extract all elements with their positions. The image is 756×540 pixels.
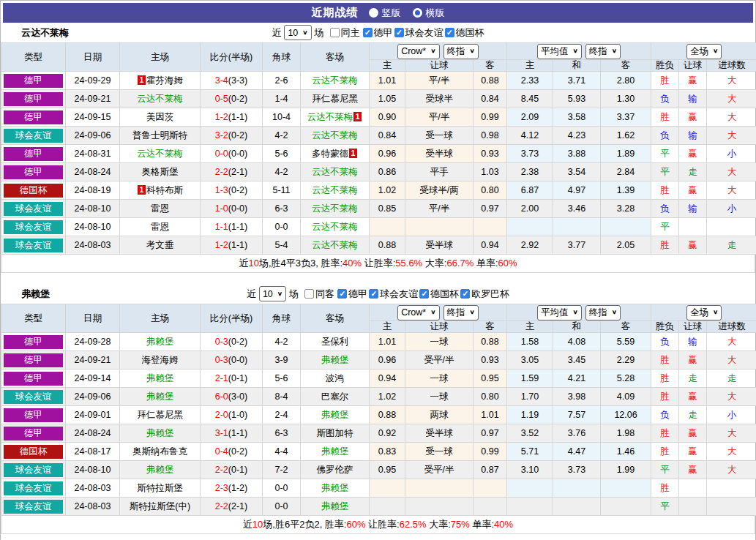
goals-result-cell <box>707 479 756 498</box>
home-team-name[interactable]: 弗赖堡 <box>146 373 174 383</box>
home-team-name[interactable]: 拜仁慕尼黑 <box>137 410 183 420</box>
checkbox-icon[interactable] <box>337 289 347 299</box>
checkbox-icon[interactable] <box>394 28 404 37</box>
away-odds-cell: 0.88 <box>474 72 507 90</box>
checkbox-icon[interactable] <box>363 28 373 37</box>
home-team-name[interactable]: 海登海姆 <box>142 355 179 365</box>
avg-away-cell: 2.29 <box>601 351 651 370</box>
away-team-name[interactable]: 云达不莱梅 <box>312 167 358 177</box>
radio-option-horizontal[interactable]: 横版 <box>413 7 445 20</box>
avg-home-cell: 2.09 <box>507 108 553 127</box>
same-venue-checkbox[interactable]: 同主 <box>330 26 360 40</box>
match-date: 24-09-21 <box>66 90 120 108</box>
home-team-name[interactable]: 科特布斯 <box>146 185 183 195</box>
home-team-name[interactable]: 弗赖堡 <box>146 428 174 438</box>
checkbox-icon[interactable] <box>330 28 340 37</box>
league-type-cell: 球会友谊 <box>1 127 66 145</box>
away-team-name[interactable]: 圣保利 <box>321 337 349 347</box>
league-filter-checkbox[interactable]: 德国杯 <box>419 288 459 301</box>
radio-option-vertical[interactable]: 竖版 <box>369 7 401 20</box>
avg-draw-cell <box>553 498 601 516</box>
score-cell: 2-2(0-1) <box>201 461 263 479</box>
games-label: 场 <box>289 288 299 301</box>
home-team-name[interactable]: 普鲁士明斯特 <box>132 130 187 140</box>
away-team-name[interactable]: 云达不莱梅 <box>312 130 358 140</box>
away-team-name[interactable]: 多特蒙德 <box>312 149 348 159</box>
average-select[interactable]: 平均值∨ <box>537 305 582 320</box>
away-team-name[interactable]: 弗赖堡 <box>321 355 349 365</box>
odds-stage-select[interactable]: 终指∨ <box>444 305 479 320</box>
away-team-name[interactable]: 弗赖堡 <box>321 501 349 511</box>
checkbox-icon[interactable] <box>369 289 378 299</box>
league-filter-checkbox[interactable]: 球会友谊 <box>369 288 418 301</box>
away-team-name[interactable]: 拜仁慕尼黑 <box>312 94 358 104</box>
away-team-name[interactable]: 云达不莱梅 <box>312 240 358 250</box>
away-team-name[interactable]: 云达不莱梅 <box>312 75 358 86</box>
avg-draw-cell <box>553 479 601 498</box>
home-team-name[interactable]: 弗赖堡 <box>146 337 174 347</box>
period-select[interactable]: 全场∨ <box>686 44 722 59</box>
away-team-name[interactable]: 云达不莱梅 <box>312 203 358 214</box>
away-team-name[interactable]: 波鸿 <box>326 373 344 383</box>
home-team-name[interactable]: 斯特拉斯堡(中) <box>130 501 190 511</box>
away-team-name[interactable]: 佛罗伦萨 <box>317 465 353 475</box>
score-cell: 2-2(2-1) <box>201 498 263 516</box>
home-team-name[interactable]: 斯特拉斯堡 <box>137 483 183 493</box>
away-team-name[interactable]: 弗赖堡 <box>321 483 349 493</box>
league-type-cell: 德国杯 <box>1 181 66 200</box>
match-row: 球会友谊 24-09-06 普鲁士明斯特 3-2(0-2) 4-2 云达不莱梅 … <box>1 127 756 145</box>
league-type-cell: 球会友谊 <box>1 479 66 498</box>
home-team-name[interactable]: 云达不莱梅 <box>137 94 183 104</box>
home-team-name[interactable]: 弗赖堡 <box>146 465 174 475</box>
home-team-name[interactable]: 雷恩 <box>151 222 169 232</box>
league-filter-checkbox[interactable]: 德国杯 <box>445 26 484 40</box>
away-team-name[interactable]: 云达不莱梅 <box>312 185 358 195</box>
home-odds-cell: 0.88 <box>370 236 405 255</box>
home-team-name[interactable]: 奥斯纳布鲁克 <box>132 446 187 457</box>
away-team-name[interactable]: 巴塞尔 <box>321 391 349 402</box>
away-team-name[interactable]: 弗赖堡 <box>321 446 349 457</box>
home-team-name[interactable]: 雷恩 <box>151 203 169 214</box>
home-team-name[interactable]: 云达不莱梅 <box>137 149 183 159</box>
league-filter-checkbox[interactable]: 德甲 <box>363 26 393 40</box>
goals-result-cell: 小 <box>707 200 756 218</box>
match-count-select[interactable]: 10∨ <box>284 25 311 40</box>
checkbox-icon[interactable] <box>445 28 454 37</box>
home-team-name[interactable]: 美因茨 <box>146 112 174 122</box>
bookmaker-select[interactable]: Crow*∨ <box>397 44 439 59</box>
summary-stat-value: 60% <box>346 519 365 530</box>
halftime-score: (1-1) <box>228 222 247 232</box>
average-stage-select[interactable]: 终指∨ <box>585 305 621 320</box>
home-team-name[interactable]: 考文垂 <box>146 240 174 250</box>
away-team-name[interactable]: 云达不莱梅 <box>307 112 353 122</box>
away-team-name[interactable]: 云达不莱梅 <box>312 222 358 232</box>
home-team-name[interactable]: 弗赖堡 <box>146 391 174 402</box>
home-odds-cell: 0.86 <box>370 163 405 181</box>
home-team-name[interactable]: 奥格斯堡 <box>142 167 179 177</box>
league-filter-checkbox[interactable]: 德甲 <box>337 288 367 301</box>
period-select[interactable]: 全场∨ <box>686 305 722 320</box>
checkbox-icon[interactable] <box>419 289 429 299</box>
radio-selected-icon[interactable] <box>369 8 378 18</box>
halftime-score: (0-2) <box>228 446 247 457</box>
away-team-name[interactable]: 斯图加特 <box>317 428 353 438</box>
home-team-name[interactable]: 霍芬海姆 <box>146 75 183 86</box>
avg-away-cell: 12.06 <box>601 406 651 424</box>
sub-header-away-odds: 客 <box>474 60 507 72</box>
match-count-select[interactable]: 10∨ <box>259 286 286 301</box>
bookmaker-select[interactable]: Crow*∨ <box>397 305 439 320</box>
result-cell: 平 <box>651 163 679 181</box>
league-filter-checkbox[interactable]: 球会友谊 <box>394 26 444 40</box>
away-team-name[interactable]: 弗赖堡 <box>321 410 349 420</box>
league-filter-checkbox[interactable]: 欧罗巴杯 <box>460 288 509 301</box>
league-badge: 球会友谊 <box>4 202 63 216</box>
checkbox-icon[interactable] <box>460 289 470 299</box>
checkbox-icon[interactable] <box>304 289 314 299</box>
average-stage-select[interactable]: 终指∨ <box>585 44 621 59</box>
same-venue-checkbox[interactable]: 同客 <box>304 288 334 301</box>
odds-stage-select[interactable]: 终指∨ <box>444 44 479 59</box>
halftime-score: (0-1) <box>228 465 247 475</box>
radio-unselected-icon[interactable] <box>413 8 422 18</box>
period-select-value: 全场 <box>690 43 708 59</box>
average-select[interactable]: 平均值∨ <box>537 44 582 59</box>
